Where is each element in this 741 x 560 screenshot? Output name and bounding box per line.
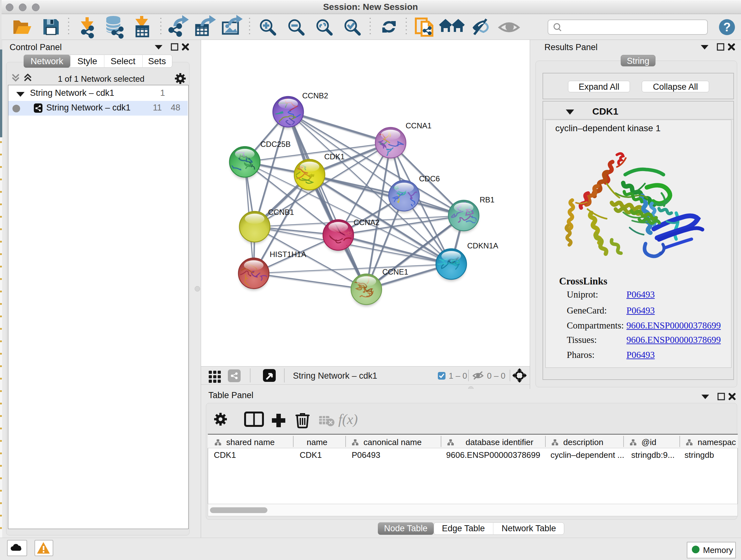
- svg-text:database identifier: database identifier: [466, 437, 534, 447]
- svg-text:name: name: [307, 437, 327, 447]
- svg-text:1 – 0: 1 – 0: [449, 371, 467, 381]
- svg-text:HIST1H1A: HIST1H1A: [270, 250, 307, 259]
- svg-text:description: description: [563, 437, 603, 447]
- svg-text:CCNE1: CCNE1: [382, 267, 408, 276]
- svg-text:0 – 0: 0 – 0: [487, 371, 506, 381]
- svg-text:canonical name: canonical name: [363, 437, 421, 447]
- svg-text:CCNB1: CCNB1: [268, 208, 294, 216]
- svg-text:f(x): f(x): [338, 412, 358, 427]
- svg-text:CCNB2: CCNB2: [302, 91, 328, 100]
- svg-text:shared name: shared name: [226, 437, 275, 447]
- svg-text:String Network – cdk1: String Network – cdk1: [293, 371, 377, 381]
- svg-text:namespac: namespac: [697, 437, 736, 447]
- svg-text:CCNA2: CCNA2: [354, 218, 380, 227]
- svg-text:RB1: RB1: [480, 195, 495, 204]
- svg-text:CCNA1: CCNA1: [406, 121, 431, 130]
- svg-text:@id: @id: [642, 437, 657, 447]
- svg-text:CDC6: CDC6: [419, 174, 440, 183]
- svg-text:CDC25B: CDC25B: [260, 140, 291, 148]
- svg-text:CDKN1A: CDKN1A: [467, 241, 498, 250]
- svg-text:?: ?: [723, 20, 731, 34]
- svg-text:CDK1: CDK1: [324, 152, 345, 161]
